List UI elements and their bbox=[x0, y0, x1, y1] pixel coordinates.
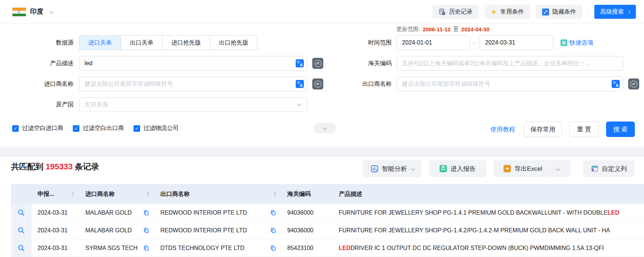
copy-icon[interactable] bbox=[270, 245, 276, 251]
copy-icon[interactable] bbox=[270, 227, 276, 234]
hscode-label: 海关编码 bbox=[340, 56, 392, 71]
product-desc-cell: FURNITURE FOR JEWELLERY SHOP:PG-1.4.2/PG… bbox=[333, 222, 644, 239]
copy-icon[interactable] bbox=[270, 210, 276, 216]
synonym-toggle-button[interactable]: ⇄ bbox=[312, 78, 323, 89]
filter-blank-exporter-checkbox[interactable]: ✓ 过滤空白出口商 bbox=[73, 124, 124, 132]
star-icon: ★ bbox=[491, 8, 497, 15]
collapse-arrows-icon bbox=[542, 8, 549, 15]
export-excel-button[interactable]: ➔ 导出Excel bbox=[497, 160, 549, 177]
export-options-button[interactable] bbox=[549, 160, 567, 177]
magnifier-icon bbox=[18, 227, 25, 234]
hscode-field bbox=[396, 56, 623, 71]
divider bbox=[588, 6, 588, 17]
collapse-form-button[interactable] bbox=[313, 123, 336, 133]
table-row: 2024-03-31 MALABAR GOLD REDWOOD INTERIOR… bbox=[11, 222, 644, 239]
export-icon: ➔ bbox=[504, 165, 511, 172]
declare-date-cell: 2024-03-31 bbox=[38, 227, 68, 234]
tab-export-preview[interactable]: 出口抢先版 bbox=[210, 36, 257, 50]
synonym-toggle-button[interactable]: ⇄ bbox=[312, 58, 323, 69]
smart-analysis-button[interactable]: BI 智能分析 bbox=[363, 160, 422, 177]
exporter-field: 中A bbox=[396, 77, 623, 91]
translate-icon[interactable]: 中A bbox=[296, 80, 304, 88]
filter-logistics-checkbox[interactable]: ✓ 过滤物流公司 bbox=[134, 124, 179, 132]
hscode-input[interactable] bbox=[397, 56, 623, 70]
update-range-to: 2024-04-30 bbox=[461, 26, 490, 32]
date-from-input[interactable] bbox=[397, 36, 483, 50]
save-favorite-button[interactable]: 保存常用 bbox=[524, 122, 562, 137]
magnifier-icon bbox=[18, 209, 25, 216]
results-table: 申报... 进口商名称 出口商名称 海关编码 产品描述 bbox=[11, 184, 644, 257]
trade-search-page: 印度 历史记录 ★ 常用条件 bbox=[0, 0, 644, 257]
checkbox-checked-icon: ✓ bbox=[12, 125, 19, 132]
translate-icon[interactable]: 中A bbox=[296, 59, 304, 67]
sort-icons[interactable] bbox=[146, 192, 149, 197]
hscode-cell: 94036000 bbox=[287, 210, 313, 216]
swap-arrows-icon: ⇄ bbox=[314, 81, 321, 88]
swap-arrows-icon: ⇄ bbox=[314, 60, 321, 67]
top-bar: 印度 历史记录 ★ 常用条件 bbox=[0, 0, 644, 24]
row-detail-button[interactable] bbox=[11, 239, 32, 257]
filter-blank-importer-checkbox[interactable]: ✓ 过滤空白进口商 bbox=[12, 124, 63, 132]
table-body: 2024-03-31 MALABAR GOLD REDWOOD INTERIOR… bbox=[11, 204, 644, 257]
exporter-cell: REDWOOD INTERIOR PTE LTD bbox=[160, 210, 247, 216]
declare-date-header[interactable]: 申报... bbox=[32, 184, 79, 204]
swap-arrows-icon: ⇄ bbox=[630, 81, 637, 88]
table-header-row: 申报... 进口商名称 出口商名称 海关编码 产品描述 bbox=[11, 184, 644, 204]
quick-options-link[interactable]: ⌘ 快捷选项 bbox=[561, 35, 593, 50]
datasource-tabs: 进口关单 出口关单 进口抢先版 出口抢先版 bbox=[79, 35, 257, 50]
tab-import-preview[interactable]: 进口抢先版 bbox=[162, 36, 210, 50]
tutorial-link[interactable]: 使用教程 bbox=[490, 125, 515, 134]
row-detail-button[interactable] bbox=[11, 222, 32, 239]
checkbox-checked-icon: ✓ bbox=[73, 125, 79, 132]
origin-country-label: 原产国 bbox=[22, 97, 74, 112]
copy-icon[interactable] bbox=[143, 245, 149, 251]
result-summary: 共匹配到195333条记录 bbox=[11, 161, 99, 172]
date-to-input[interactable] bbox=[480, 36, 566, 50]
product-desc-cell: FURNITURE FOR JEWELLERY SHOP PG-1.4.1 PR… bbox=[333, 204, 644, 221]
exporter-header[interactable]: 出口商名称 bbox=[154, 184, 281, 204]
filter-checkboxes: ✓ 过滤空白进口商 ✓ 过滤空白出口商 ✓ 过滤物流公司 bbox=[12, 124, 179, 132]
result-count: 195333 bbox=[43, 162, 75, 171]
india-flag-icon bbox=[12, 7, 26, 17]
history-button[interactable]: 历史记录 bbox=[433, 5, 479, 19]
reset-button[interactable]: 重 置 bbox=[569, 122, 599, 137]
sort-icons[interactable] bbox=[71, 192, 74, 197]
search-button[interactable]: 搜 索 bbox=[606, 122, 635, 137]
importer-label: 进口商名称 bbox=[22, 77, 74, 91]
columns-icon bbox=[591, 165, 598, 172]
translate-icon[interactable]: 中A bbox=[612, 80, 620, 88]
topbar-actions: 历史记录 ★ 常用条件 隐藏条件 高级搜索 bbox=[433, 5, 636, 19]
chevron-down-icon[interactable] bbox=[49, 9, 53, 13]
copy-icon[interactable] bbox=[143, 227, 149, 234]
date-range-dash: – bbox=[473, 35, 476, 50]
date-from-field bbox=[396, 35, 470, 50]
tab-export-declaration[interactable]: 出口关单 bbox=[121, 36, 162, 50]
importer-input[interactable] bbox=[79, 77, 296, 91]
product-desc-field: 中A bbox=[79, 56, 307, 71]
row-detail-button[interactable] bbox=[11, 204, 32, 221]
tab-import-declaration[interactable]: 进口关单 bbox=[79, 36, 121, 50]
report-icon bbox=[440, 165, 447, 172]
synonym-toggle-button[interactable]: ⇄ bbox=[628, 78, 639, 89]
hscode-cell: 94036000 bbox=[287, 227, 313, 234]
exporter-cell: DTDS TECHNOLOGY PTE LTD bbox=[160, 245, 244, 251]
enter-report-button[interactable]: 进入报告 bbox=[429, 160, 486, 177]
country-selector-label[interactable]: 印度 bbox=[30, 7, 43, 16]
copy-icon[interactable] bbox=[143, 210, 149, 216]
chevron-down-icon bbox=[323, 126, 327, 130]
advanced-search-button[interactable]: 高级搜索 bbox=[594, 5, 636, 19]
hide-conditions-button[interactable]: 隐藏条件 bbox=[536, 5, 582, 19]
exporter-input[interactable] bbox=[397, 77, 612, 91]
favorites-button[interactable]: ★ 常用条件 bbox=[485, 5, 530, 19]
sort-icons[interactable] bbox=[273, 192, 276, 197]
importer-header[interactable]: 进口商名称 bbox=[79, 184, 154, 204]
product-desc-input[interactable] bbox=[79, 56, 296, 70]
magnifier-icon bbox=[18, 244, 25, 252]
declare-date-cell: 2024-03-31 bbox=[38, 245, 68, 251]
custom-columns-button[interactable]: 自定义列 bbox=[583, 160, 635, 177]
history-icon bbox=[439, 8, 446, 15]
origin-country-input[interactable] bbox=[79, 98, 298, 112]
svg-text:BI: BI bbox=[376, 169, 378, 171]
time-range-label: 时间范围 bbox=[340, 35, 392, 50]
origin-country-select[interactable] bbox=[79, 97, 307, 112]
